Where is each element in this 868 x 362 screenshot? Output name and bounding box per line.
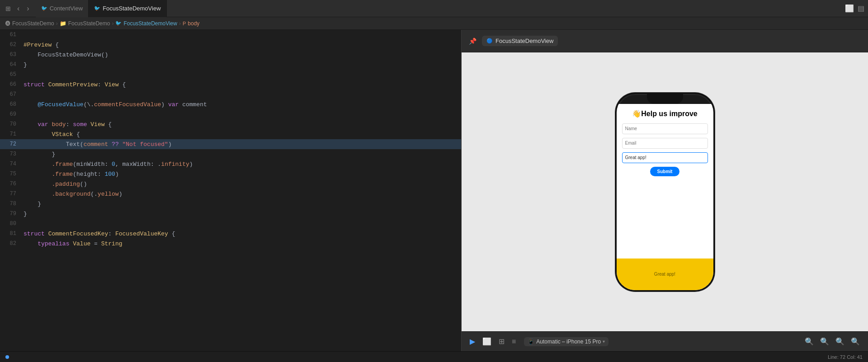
table-row: 78 } bbox=[0, 199, 461, 209]
preview-tab-icon: 🔵 bbox=[486, 38, 493, 44]
status-bar: Line: 72 Col: 41 bbox=[0, 351, 868, 362]
breadcrumb-file[interactable]: FocusStateDemoView bbox=[123, 20, 177, 27]
email-input[interactable] bbox=[622, 138, 708, 149]
breadcrumb-app[interactable]: FocusStateDemo bbox=[12, 20, 54, 27]
preview-tab-label: FocusStateDemoView bbox=[495, 38, 553, 44]
table-row: 62 #Preview { bbox=[0, 40, 461, 50]
table-row: 70 var body: some View { bbox=[0, 119, 461, 129]
breadcrumb: 🅐 FocusStateDemo › 📁 FocusStateDemo › 🐦 … bbox=[0, 17, 868, 30]
zoom-controls: 🔍 🔍 🔍 🔍 bbox=[802, 335, 863, 348]
preview-header: 📌 🔵 FocusStateDemoView bbox=[462, 30, 868, 52]
tab-content-view[interactable]: 🐦 ContentView bbox=[36, 0, 89, 17]
cursor-position: Line: 72 Col: 41 bbox=[828, 354, 863, 360]
file-icon: 🐦 bbox=[115, 20, 122, 26]
settings-button[interactable]: ≡ bbox=[509, 336, 519, 348]
app-title: 👋Help us improve bbox=[622, 109, 708, 118]
preview-toolbar: ▶ ⬜ ⊞ ≡ 📱 Automatic – iPhone 15 Pro ▾ 🔍 … bbox=[462, 331, 868, 351]
code-lines: 61 62 #Preview { 63 FocusStateDemoView()… bbox=[0, 30, 461, 249]
tab-label: FocusStateDemoView bbox=[103, 5, 160, 12]
tab-label: ContentView bbox=[50, 5, 83, 12]
table-row: 77 .background(.yellow) bbox=[0, 189, 461, 199]
prop-icon: P bbox=[183, 21, 186, 26]
app-icon: 🅐 bbox=[5, 21, 10, 26]
table-row: 76 .padding() bbox=[0, 179, 461, 189]
title-text: Help us improve bbox=[641, 110, 697, 118]
table-row: 69 bbox=[0, 109, 461, 119]
breadcrumb-sep-1: › bbox=[56, 20, 58, 27]
folder-icon: 📁 bbox=[60, 20, 66, 27]
swift-icon: 🐦 bbox=[41, 5, 47, 11]
grid-icon[interactable]: ⊞ bbox=[4, 3, 13, 14]
swift-icon: 🐦 bbox=[94, 5, 100, 11]
yellow-band-text: Great app! bbox=[654, 272, 675, 277]
yellow-band: Great app! bbox=[617, 259, 713, 290]
iphone-screen: 👋Help us improve Submit Great app! bbox=[617, 104, 713, 290]
breadcrumb-body[interactable]: body bbox=[188, 20, 199, 27]
pin-button[interactable]: 📌 bbox=[467, 36, 478, 47]
breadcrumb-folder[interactable]: FocusStateDemo bbox=[68, 20, 110, 27]
table-row: 79 } bbox=[0, 209, 461, 219]
app-content: 👋Help us improve Submit bbox=[617, 104, 713, 182]
zoom-fit-button[interactable]: 🔍 bbox=[817, 335, 832, 348]
device-icon: 📱 bbox=[528, 338, 534, 345]
table-row: 82 typealias Value = String bbox=[0, 239, 461, 249]
zoom-reset-button[interactable]: 🔍 bbox=[848, 335, 863, 348]
preview-panel: 📌 🔵 FocusStateDemoView 👋Help us improve bbox=[461, 30, 868, 351]
table-row: 75 .frame(height: 100) bbox=[0, 169, 461, 179]
table-row: 64 } bbox=[0, 60, 461, 70]
table-row: 71 VStack { bbox=[0, 129, 461, 139]
table-row: 65 bbox=[0, 70, 461, 80]
table-row: 74 .frame(minWidth: 0, maxWidth: .infini… bbox=[0, 159, 461, 169]
error-indicator bbox=[5, 354, 11, 360]
nav-forward-button[interactable]: › bbox=[24, 4, 32, 14]
iphone-mockup: 👋Help us improve Submit Great app! bbox=[615, 93, 715, 291]
iphone-notch bbox=[647, 94, 683, 104]
breadcrumb-sep-2: › bbox=[112, 20, 113, 27]
preview-tab[interactable]: 🔵 FocusStateDemoView bbox=[482, 36, 558, 46]
inspect-button[interactable]: ⬜ bbox=[480, 335, 494, 348]
zoom-in-button[interactable]: 🔍 bbox=[833, 335, 847, 348]
breadcrumb-sep-3: › bbox=[179, 20, 181, 27]
comment-input[interactable] bbox=[622, 152, 708, 163]
table-row: 80 bbox=[0, 219, 461, 229]
table-row: 72 Text(comment ?? "Not focused") bbox=[0, 139, 461, 149]
tab-focus-state-demo-view[interactable]: 🐦 FocusStateDemoView bbox=[89, 0, 166, 17]
name-input[interactable] bbox=[622, 123, 708, 134]
table-row: 81 struct CommentFocusedKey: FocusedValu… bbox=[0, 229, 461, 239]
device-label: Automatic – iPhone 15 Pro bbox=[536, 338, 601, 345]
split-icon[interactable]: ⬜ bbox=[845, 4, 854, 13]
code-editor[interactable]: 61 62 #Preview { 63 FocusStateDemoView()… bbox=[0, 30, 461, 351]
preview-body: 👋Help us improve Submit Great app! bbox=[462, 52, 868, 331]
table-row: 66 struct CommentPreview: View { bbox=[0, 80, 461, 89]
tab-bar: ⊞ ‹ › 🐦 ContentView 🐦 FocusStateDemoView… bbox=[0, 0, 868, 17]
grid-button[interactable]: ⊞ bbox=[496, 335, 507, 348]
nav-back-button[interactable]: ‹ bbox=[14, 4, 22, 14]
device-selector[interactable]: 📱 Automatic – iPhone 15 Pro ▾ bbox=[524, 337, 609, 346]
table-row: 61 bbox=[0, 30, 461, 40]
zoom-out-button[interactable]: 🔍 bbox=[802, 335, 816, 348]
submit-button[interactable]: Submit bbox=[650, 167, 680, 176]
layout-icon[interactable]: ▤ bbox=[858, 4, 864, 13]
table-row: 67 bbox=[0, 89, 461, 99]
play-button[interactable]: ▶ bbox=[467, 335, 478, 348]
table-row: 63 FocusStateDemoView() bbox=[0, 50, 461, 60]
chevron-down-icon: ▾ bbox=[603, 339, 605, 344]
table-row: 68 @FocusedValue(\.commentFocusedValue) … bbox=[0, 99, 461, 109]
main-content: 61 62 #Preview { 63 FocusStateDemoView()… bbox=[0, 30, 868, 351]
table-row: 73 } bbox=[0, 149, 461, 159]
title-emoji: 👋 bbox=[632, 110, 641, 118]
